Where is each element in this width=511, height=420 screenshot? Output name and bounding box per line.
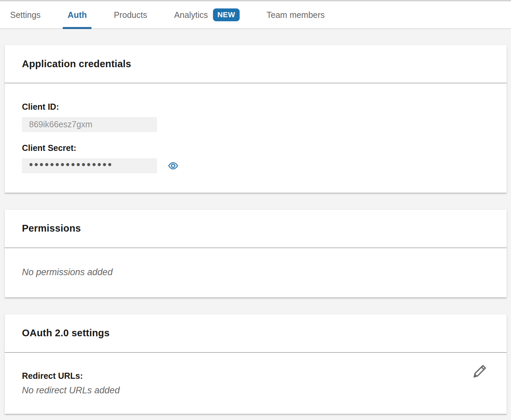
eye-icon — [167, 161, 179, 170]
auth-tab-content: Application credentials Client ID: 869ik… — [0, 29, 511, 418]
client-secret-masked-value: •••••••••••••••• — [29, 159, 113, 170]
client-secret-field[interactable]: •••••••••••••••• — [22, 158, 157, 173]
oauth-settings-body: Redirect URLs: No redirect URLs added — [5, 353, 507, 414]
oauth-settings-header: OAuth 2.0 settings — [5, 314, 507, 353]
tab-team-members-label: Team members — [267, 10, 325, 20]
edit-redirect-urls-button[interactable] — [472, 363, 488, 379]
client-id-field[interactable]: 869ik66esz7gxm — [22, 117, 157, 132]
oauth-settings-title: OAuth 2.0 settings — [22, 327, 110, 339]
tab-auth[interactable]: Auth — [63, 1, 91, 28]
client-id-value: 869ik66esz7gxm — [29, 120, 92, 129]
permissions-title: Permissions — [22, 223, 81, 234]
tab-analytics[interactable]: Analytics NEW — [169, 1, 244, 28]
tab-products[interactable]: Products — [109, 1, 152, 28]
client-secret-label: Client Secret: — [22, 143, 489, 153]
no-permissions-text: No permissions added — [22, 267, 489, 278]
client-secret-row: •••••••••••••••• — [22, 158, 489, 173]
tab-settings[interactable]: Settings — [5, 1, 45, 28]
show-client-secret-button[interactable] — [167, 161, 179, 170]
permissions-card: Permissions No permissions added — [4, 209, 507, 297]
application-credentials-card: Application credentials Client ID: 869ik… — [4, 45, 507, 193]
tab-auth-label: Auth — [68, 10, 87, 20]
new-badge: NEW — [213, 8, 240, 21]
application-credentials-body: Client ID: 869ik66esz7gxm Client Secret:… — [5, 83, 507, 192]
tab-settings-label: Settings — [10, 10, 41, 20]
permissions-header: Permissions — [5, 210, 507, 248]
client-id-label: Client ID: — [22, 102, 489, 112]
tab-products-label: Products — [114, 10, 147, 20]
pencil-icon — [472, 363, 488, 379]
redirect-urls-label: Redirect URLs: — [22, 371, 489, 381]
no-redirect-urls-text: No redirect URLs added — [22, 385, 489, 396]
oauth-settings-card: OAuth 2.0 settings Redirect URLs: No red… — [4, 314, 507, 414]
tab-team-members[interactable]: Team members — [262, 1, 329, 28]
application-credentials-title: Application credentials — [22, 58, 131, 70]
application-credentials-header: Application credentials — [5, 45, 507, 83]
permissions-body: No permissions added — [5, 248, 507, 297]
tab-bar: Settings Auth Products Analytics NEW Tea… — [0, 0, 511, 29]
tab-analytics-label: Analytics — [174, 10, 208, 20]
